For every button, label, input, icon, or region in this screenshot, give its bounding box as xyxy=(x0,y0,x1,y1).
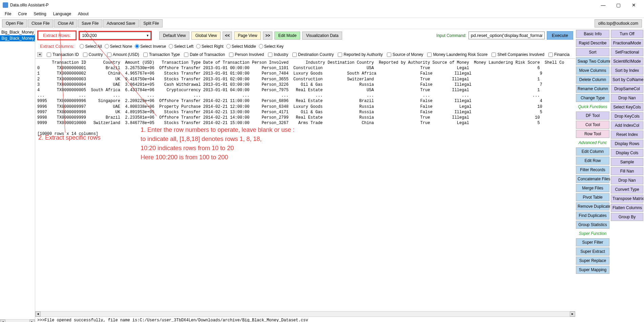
sidebar-file-item[interactable]: Big_Black_Money_Data xyxy=(0,35,35,41)
reset-index-button[interactable]: Reset Index xyxy=(611,130,643,139)
basic-info-button[interactable]: Basic Info xyxy=(576,30,609,38)
drop-nan-button[interactable]: Drop Nan xyxy=(611,176,643,184)
extract-rows-button[interactable]: Extract Rows: xyxy=(37,31,77,40)
col-tool-button[interactable]: Col Tool xyxy=(576,121,609,129)
radio-select-middle[interactable]: Select Middle xyxy=(226,44,256,49)
menu-language[interactable]: Language xyxy=(50,11,75,17)
remove-duplicates-button[interactable]: Remove Duplicates xyxy=(576,202,609,210)
sort-by-index-button[interactable]: Sort by Index xyxy=(611,66,643,75)
edit-mode-button[interactable]: Edit Mode xyxy=(274,32,300,40)
rename-column-button[interactable]: Rename Column xyxy=(576,85,609,93)
concatenate-files-button[interactable]: Concatenate Files xyxy=(576,175,609,183)
check-transaction-id[interactable]: Transaction ID xyxy=(47,52,79,57)
delete-column-button[interactable]: Delete Column xyxy=(576,76,609,84)
sort-button[interactable]: Sort xyxy=(576,48,609,56)
page-forward-button[interactable]: >> xyxy=(263,32,272,40)
fill-nan-button[interactable]: Fill Nan xyxy=(611,167,643,175)
row-tool-button[interactable]: Row Tool xyxy=(576,130,609,138)
find-duplicates-button[interactable]: Find Duplicates xyxy=(576,212,609,220)
turn-off-button[interactable]: Turn Off xyxy=(611,30,643,38)
drop-nan-button[interactable]: Drop Nan xyxy=(611,94,643,102)
check-financia[interactable]: Financia xyxy=(548,52,569,57)
radio-select-none[interactable]: Select None xyxy=(105,44,132,49)
extract-columns-button[interactable]: Extract Columns: xyxy=(37,43,77,49)
df-tool-button[interactable]: DF Tool xyxy=(576,112,609,120)
window-title: Data.olllo Assistant-P xyxy=(10,3,596,7)
check-money-laundering-risk-score[interactable]: Money Laundering Risk Score xyxy=(427,52,487,57)
swap-two-columns-button[interactable]: Swap Two Columns xyxy=(576,57,609,65)
visualization-button[interactable]: Visualization Data xyxy=(302,32,342,40)
scientificimode-button[interactable]: ScientificIMode xyxy=(611,57,643,65)
super-filter-button[interactable]: Super Filter xyxy=(576,238,609,246)
sort-by-colname-button[interactable]: Sort by ColName xyxy=(611,76,643,84)
move-columns-button[interactable]: Move Columns xyxy=(576,66,609,75)
radio-select-right[interactable]: Select Right xyxy=(196,44,224,49)
sample-button[interactable]: Sample xyxy=(611,158,643,166)
super-mapping-button[interactable]: Super Mapping xyxy=(576,266,609,274)
display-rows-button[interactable]: Display Rows xyxy=(611,140,643,148)
scroll-left-icon[interactable]: ◄ xyxy=(35,311,41,317)
group-statistics-button[interactable]: Group Statistics xyxy=(576,221,609,229)
check-person-involved[interactable]: Person Involved xyxy=(229,52,264,57)
drop-keycols-button[interactable]: Drop KeyCols xyxy=(611,112,643,120)
setfractional-button[interactable]: SetFractional xyxy=(611,48,643,56)
check-destination-country[interactable]: Destination Country xyxy=(292,52,334,57)
merge-files-button[interactable]: Merge Files xyxy=(576,184,609,192)
page-back-button[interactable]: << xyxy=(223,32,232,40)
change-type-button[interactable]: Change Type xyxy=(576,94,609,102)
scroll-left-icon[interactable]: ◄ xyxy=(0,320,5,322)
super-extract-button[interactable]: Super Extract xyxy=(576,247,609,256)
radio-select-left[interactable]: Select Left xyxy=(169,44,193,49)
menu-file[interactable]: File xyxy=(1,11,15,17)
check-transaction-type[interactable]: Transaction Type xyxy=(143,52,180,57)
split-file-button[interactable]: Split File xyxy=(140,19,163,27)
check-shell-companies-involved[interactable]: Shell Companies Involved xyxy=(492,52,544,57)
scroll-right-icon[interactable]: ► xyxy=(29,320,35,322)
command-input[interactable] xyxy=(469,32,545,39)
radio-select-all[interactable]: Select All xyxy=(80,44,102,49)
rapid-describe-button[interactable]: Rapid Describe xyxy=(576,39,609,47)
data-view[interactable]: Transaction ID Country Amount (USD) Tran… xyxy=(35,59,575,311)
check-date-of-transaction[interactable]: Date of Transaction xyxy=(184,52,225,57)
close-file-button[interactable]: Close File xyxy=(28,19,53,27)
scroll-left-icon[interactable]: ◄ xyxy=(37,52,42,57)
execute-button[interactable]: Execute xyxy=(547,31,573,40)
fractionalmode-button[interactable]: FractionalMode xyxy=(611,39,643,47)
transpose-matrix-button[interactable]: Transpose Matrix xyxy=(611,195,643,203)
radio-select-inverse[interactable]: Select Inverse xyxy=(135,44,166,49)
convert-type-button[interactable]: Convert Type xyxy=(611,185,643,194)
edit-row-button[interactable]: Edit Row xyxy=(576,157,609,165)
edit-column-button[interactable]: Edit Column xyxy=(576,147,609,156)
close-all-button[interactable]: Close All xyxy=(54,19,77,27)
display-cols-button[interactable]: Display Cols xyxy=(611,149,643,157)
select-keycols-button[interactable]: Select KeyCols xyxy=(611,103,643,111)
global-view-button[interactable]: Global View xyxy=(191,32,221,40)
maximize-button[interactable]: ▢ xyxy=(611,0,626,10)
default-view-button[interactable]: Default View xyxy=(159,32,189,40)
check-amount-usd-[interactable]: Amount (USD) xyxy=(107,52,139,57)
close-button[interactable]: ✕ xyxy=(626,0,641,10)
check-country[interactable]: Country xyxy=(83,52,103,57)
advanced-save-button[interactable]: Advanced Save xyxy=(103,19,139,27)
open-file-button[interactable]: Open File xyxy=(2,19,27,27)
check-industry[interactable]: Industry xyxy=(268,52,288,57)
radio-select-key[interactable]: Select Key xyxy=(259,44,284,49)
minimize-button[interactable]: — xyxy=(596,0,611,10)
row-range-input[interactable] xyxy=(80,32,151,39)
add-indexcol-button[interactable]: Add IndexCol xyxy=(611,121,643,129)
menu-about[interactable]: About xyxy=(75,11,92,17)
pivot-table-button[interactable]: Pivot Table xyxy=(576,193,609,201)
super-replace-button[interactable]: Super Replace xyxy=(576,257,609,265)
filter-records-button[interactable]: Filter Records xyxy=(576,166,609,174)
page-view-button[interactable]: Page View xyxy=(234,32,261,40)
scroll-right-icon[interactable]: ► xyxy=(570,311,575,317)
flatten-columns-button[interactable]: Flatten Columns xyxy=(611,204,643,212)
group-by-button[interactable]: Group By xyxy=(611,213,643,221)
dropsamecol-button[interactable]: DropSameCol xyxy=(611,85,643,93)
check-reported-by-authority[interactable]: Reported by Authority xyxy=(338,52,382,57)
sidebar-file-item[interactable]: Big_Black_Money_Data xyxy=(0,29,35,35)
menu-core[interactable]: Core xyxy=(15,11,30,17)
check-source-of-money[interactable]: Source of Money xyxy=(387,52,423,57)
save-file-button[interactable]: Save File xyxy=(78,19,102,27)
menu-setting[interactable]: Setting xyxy=(30,11,49,17)
